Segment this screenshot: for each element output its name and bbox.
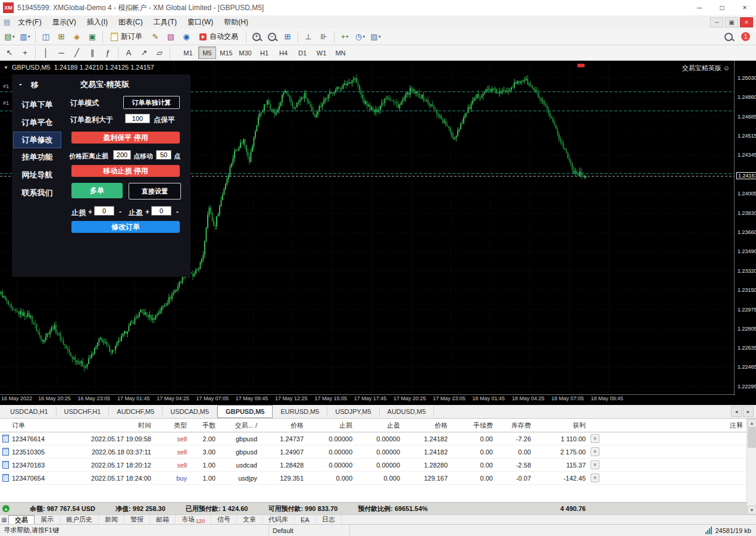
timeframe-m30[interactable]: M30 xyxy=(236,46,254,59)
terminal-tab-7[interactable]: 信号 xyxy=(211,515,237,524)
vertical-line-icon[interactable]: │ xyxy=(39,46,53,60)
tp-plus-button[interactable]: + xyxy=(145,208,149,216)
order-row[interactable]: 1234701832022.05.17 18:20:12sell1.00usdc… xyxy=(0,459,746,472)
column-header[interactable]: 库存费 xyxy=(496,421,535,430)
panel-menu-item-5[interactable]: 联系我们 xyxy=(12,184,63,202)
panel-menu-item-1[interactable]: 订单平仓 xyxy=(12,114,63,132)
notification-badge[interactable]: 1 xyxy=(741,32,750,41)
horizontal-line-icon[interactable]: ─ xyxy=(54,46,68,60)
trail-step-input[interactable] xyxy=(156,150,171,160)
zoom-out-icon[interactable]: − xyxy=(265,30,279,44)
chart-tab-usdjpy-m5[interactable]: USDJPY,M5 xyxy=(327,407,379,416)
direct-set-button[interactable]: 直接设置 xyxy=(129,183,181,200)
timeframe-m5[interactable]: M5 xyxy=(198,46,216,59)
period-icon[interactable]: ◷▾ xyxy=(353,30,367,44)
chart-tab-audchf-m5[interactable]: AUDCHF,M5 xyxy=(109,407,163,416)
chart-tab-usdchf-h1[interactable]: USDCHF,H1 xyxy=(57,407,110,416)
profile-selector[interactable]: Default xyxy=(269,525,350,536)
autotrading-button[interactable]: 自动交易 xyxy=(195,30,243,44)
metaeditor-icon[interactable]: ✎ xyxy=(148,30,163,44)
child-close-button[interactable]: × xyxy=(740,17,753,27)
text-icon[interactable]: A xyxy=(121,46,136,60)
menu-item[interactable]: 工具(T) xyxy=(148,17,182,27)
column-header[interactable]: 止损 xyxy=(307,421,356,430)
take-profit-input[interactable] xyxy=(151,206,171,216)
terminal-tab-1[interactable]: 展示 xyxy=(35,515,60,524)
column-header[interactable]: 时间 xyxy=(65,421,155,430)
shapes-icon[interactable]: ▱ xyxy=(152,46,167,60)
terminal-tab-8[interactable]: 文章 xyxy=(237,515,263,524)
chart-tab-audusd-m5[interactable]: AUDUSD,M5 xyxy=(380,407,435,416)
column-header[interactable]: 订单 xyxy=(11,421,65,430)
close-position-button[interactable]: × xyxy=(591,434,599,443)
sl-minus-button[interactable]: - xyxy=(119,208,121,216)
close-position-button[interactable]: × xyxy=(591,473,599,482)
new-order-button[interactable]: 新订单 xyxy=(106,30,147,44)
close-button[interactable]: × xyxy=(733,0,756,15)
timeframe-m1[interactable]: M1 xyxy=(179,46,197,59)
new-chart-icon[interactable]: ▤▾ xyxy=(2,30,17,44)
terminal-tab-0[interactable]: 交易 xyxy=(8,515,35,525)
column-header[interactable]: 交易... / xyxy=(219,421,261,430)
breakeven-toggle-button[interactable]: 盈利保平 停用 xyxy=(71,132,180,144)
terminal-tab-4[interactable]: 警报 xyxy=(124,515,150,524)
symbol-dropdown-icon[interactable]: ▼ xyxy=(4,65,8,70)
panel-menu-item-0[interactable]: 订单下单 xyxy=(12,96,63,114)
panel-menu-item-2[interactable]: 订单修改 xyxy=(13,132,61,148)
column-header[interactable]: 价格 xyxy=(261,421,307,430)
minimize-button[interactable]: ─ xyxy=(688,0,711,15)
navigator-icon[interactable]: ◈ xyxy=(70,30,84,44)
cursor-icon[interactable]: ↖ xyxy=(2,46,17,60)
terminal-tab-3[interactable]: 新闻 xyxy=(99,515,124,524)
child-restore-button[interactable]: ▣ xyxy=(725,17,738,27)
menu-item[interactable]: 图表(C) xyxy=(113,17,148,27)
chart-window-icon[interactable]: ▤ xyxy=(4,18,10,26)
chart-tab-usdcad-h1[interactable]: USDCAD,H1 xyxy=(2,407,57,416)
strategy-tester-icon[interactable]: ▧ xyxy=(164,30,178,44)
terminal-tab-5[interactable]: 邮箱 xyxy=(150,515,176,524)
timeframe-w1[interactable]: W1 xyxy=(313,46,330,59)
scrollbar-thumb[interactable] xyxy=(748,428,756,448)
column-header-comment[interactable]: 注释 xyxy=(600,421,746,430)
panel-menu-item-4[interactable]: 网址导航 xyxy=(12,166,63,184)
chart-tab-usdcad-m5[interactable]: USDCAD,M5 xyxy=(163,407,217,416)
crosshair-icon[interactable]: + xyxy=(18,46,32,60)
fibonacci-icon[interactable]: ƒ xyxy=(101,46,115,60)
direction-long-button[interactable]: 多单 xyxy=(71,183,123,198)
order-row[interactable]: 1234766142022.05.17 19:09:58sell2.00gbpu… xyxy=(0,432,746,445)
profit-points-input[interactable] xyxy=(125,114,150,123)
panel-collapse-button[interactable]: - xyxy=(19,79,22,89)
chart-tab-eurusd-m5[interactable]: EURUSD,M5 xyxy=(273,407,327,416)
maximize-button[interactable]: □ xyxy=(711,0,733,15)
data-window-icon[interactable]: ⊞ xyxy=(54,30,68,44)
timeframe-h1[interactable]: H1 xyxy=(255,46,273,59)
menu-item[interactable]: 文件(F) xyxy=(13,17,46,27)
candlestick-icon[interactable]: ⊪ xyxy=(317,30,331,44)
panel-menu-item-3[interactable]: 挂单功能 xyxy=(12,148,63,166)
panel-move-handle[interactable]: 移 xyxy=(31,80,39,91)
trendline-icon[interactable]: ╱ xyxy=(70,46,84,60)
terminal-tab-6[interactable]: 市场120 xyxy=(176,515,211,524)
terminal-tab-9[interactable]: 代码库 xyxy=(263,515,295,524)
tp-minus-button[interactable]: - xyxy=(176,208,179,216)
close-position-button[interactable]: × xyxy=(591,447,599,456)
trailing-stop-toggle-button[interactable]: 移动止损 停用 xyxy=(71,165,180,177)
order-mode-button[interactable]: 订单单独计算 xyxy=(123,96,180,109)
timeframe-d1[interactable]: D1 xyxy=(293,46,311,59)
tile-windows-icon[interactable]: ⊞ xyxy=(280,30,295,44)
sl-plus-button[interactable]: + xyxy=(88,208,92,216)
column-header[interactable]: 止盈 xyxy=(356,421,404,430)
terminal-tab-2[interactable]: 账户历史 xyxy=(60,515,99,524)
timeframe-h4[interactable]: H4 xyxy=(274,46,292,59)
menu-item[interactable]: 帮助(H) xyxy=(218,17,254,27)
column-header[interactable]: 手续费 xyxy=(451,421,496,430)
time-axis[interactable]: 16 May 202216 May 20:2516 May 23:0517 Ma… xyxy=(0,395,735,404)
terminal-tab-11[interactable]: 日志 xyxy=(316,515,342,524)
market-watch-icon[interactable]: ◫ xyxy=(39,30,53,44)
child-minimize-button[interactable]: ─ xyxy=(710,17,723,27)
bar-chart-icon[interactable]: ⊥ xyxy=(301,30,315,44)
menu-item[interactable]: 窗口(W) xyxy=(182,17,218,27)
zoom-in-icon[interactable]: + xyxy=(249,30,264,44)
column-header[interactable]: 价格 xyxy=(404,421,451,430)
order-row[interactable]: 1235103052022.05.18 03:37:11sell3.00gbpu… xyxy=(0,445,746,459)
